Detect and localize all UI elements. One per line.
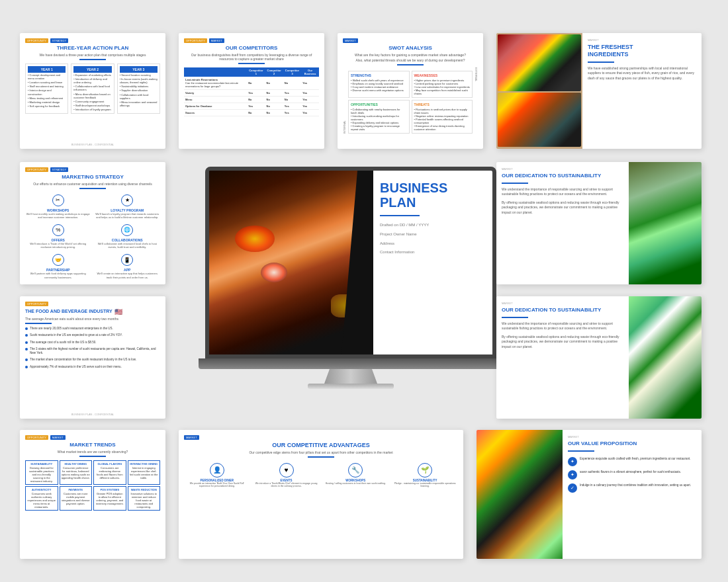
partner-icon: 🤝 xyxy=(52,254,64,266)
bp-text-area: BUSINESS PLAN Drafted on DD / MM / YYYY … xyxy=(373,171,492,354)
table-row: Options for Omakase YesNoYesYes xyxy=(184,103,319,109)
monitor-bezel xyxy=(199,358,503,369)
workshops-icon: ✂ xyxy=(52,194,64,206)
action-plan-title: THREE-YEAR ACTION PLAN xyxy=(25,45,160,52)
slide-dedication: MARKET OUR DEDICATION TO SUSTAINABILITY … xyxy=(496,162,702,284)
collab-icon: 🌐 xyxy=(121,224,133,236)
industry-fact-6: Approximately 7% of restaurants in the U… xyxy=(25,365,160,369)
industry-fact-4: The 3 states with the highest number of … xyxy=(25,347,160,356)
industry-title: THE FOOD AND BEVERAGE INDUSTRY xyxy=(25,309,113,314)
threats-title: THREATS xyxy=(414,103,471,106)
industry-flag: 🇺🇸 xyxy=(114,308,122,315)
competitors-subtitle: Our business distinguishes itself from c… xyxy=(184,53,319,61)
trend-sustainability: SUSTAINABILITY Growing demand for sustai… xyxy=(25,460,58,485)
vp-item-2: ✦ savor authentic flavors in a vibrant a… xyxy=(568,470,696,479)
trend-interactive: INTERACTIVE DINING Interest in engaging … xyxy=(128,460,161,485)
trends-opp-tag: OPPORTUNITY xyxy=(25,435,48,440)
bp-address: Address xyxy=(380,240,486,247)
action-plan-subtitle: We have devised a three-year action plan… xyxy=(25,53,160,57)
offers-icon: % xyxy=(52,224,64,236)
competitors-title: OUR COMPETITORS xyxy=(184,45,319,52)
compAdv-personalized: 👤 PERSONALIZED DINER We provide an inter… xyxy=(184,463,250,488)
slide-action-plan: OPPORTUNITY STRATEGY THREE-YEAR ACTION P… xyxy=(20,33,165,149)
loyalty-icon: ★ xyxy=(121,194,133,206)
compAdv-events: ♥ EVENTS We introduce a 'Sushi Meets Che… xyxy=(253,463,320,488)
vp-tag: MARKET xyxy=(568,435,696,438)
mkt-item-app: 📱 APP We'll create an interactive app th… xyxy=(95,252,161,278)
action-plan-footer: BUSINESS PLAN - CONFIDENTIAL xyxy=(20,143,165,146)
bp-contact: Contact Information xyxy=(380,249,486,256)
freshest-img-top xyxy=(498,34,581,91)
monitor-screen: BUSINESS PLAN Drafted on DD / MM / YYYY … xyxy=(205,167,496,358)
bp-drafted: Drafted on DD / MM / YYYY xyxy=(380,222,486,229)
slide-sustainability: MARKET OUR DEDICATION TO SUSTAINABILITY … xyxy=(496,296,702,419)
slide-monitor: BUSINESS PLAN Drafted on DD / MM / YYYY … xyxy=(185,152,516,403)
industry-opp-tag: OPPORTUNITY xyxy=(25,302,48,306)
sust-tag: MARKET xyxy=(502,302,623,305)
freshest-body: We have established strong partnerships … xyxy=(588,66,696,81)
strategy-tag: STRATEGY xyxy=(50,38,68,43)
weaknesses-title: WEAKNESSES xyxy=(414,73,471,77)
swot-internal-label: INTERNAL xyxy=(343,67,346,134)
comp-opp-tag: OPPORTUNITY xyxy=(184,38,207,43)
compAdv-sustainability: 🌱 SUSTAINABILITY Pledge - maintaining ou… xyxy=(392,463,458,488)
year2-header: YEAR 2 xyxy=(73,66,111,73)
trend-payments: PAYMENTS Customers are more mobile payme… xyxy=(60,486,93,511)
swot-market-tag: MARKET xyxy=(343,38,358,43)
slide-competitive-adv: MARKET OUR COMPETITIVE ADVANTAGES Our co… xyxy=(179,430,463,559)
slide-freshest: MARKET THE FRESHESTINGREDIENTS We have e… xyxy=(496,33,702,149)
freshest-tag: MARKET xyxy=(588,38,696,42)
personalized-icon: 👤 xyxy=(210,463,224,478)
events-icon: ♥ xyxy=(279,463,294,478)
slide-market-trends: OPPORTUNITY MARKET MARKET TRENDS What ma… xyxy=(20,430,165,559)
industry-footer: BUSINESS PLAN - CONFIDENTIAL xyxy=(20,413,165,416)
mkt-item-partner: 🤝 PARTNERSHIP We'll partner with food de… xyxy=(25,252,91,278)
vp-icon-1: ✦ xyxy=(568,457,577,466)
swot-title: SWOT ANALYSIS xyxy=(343,45,478,52)
sust-title: OUR DEDICATION TO SUSTAINABILITY xyxy=(502,307,623,313)
industry-fact-1: There are nearly 20,005 sushi restaurant… xyxy=(25,327,160,331)
opportunities-title: OPPORTUNITIES xyxy=(351,103,407,106)
freshest-title: THE FRESHESTINGREDIENTS xyxy=(588,44,696,58)
slide-value-prop: MARKET OUR VALUE PROPOSITION ✦ Experienc… xyxy=(477,430,702,559)
year1-header: YEAR 1 xyxy=(28,66,66,73)
workshops-icon2: 🔧 xyxy=(348,463,363,478)
vp-item-3: ✓ Indulge in a culinary journey that com… xyxy=(568,483,696,493)
swot-external-label: EXTERNAL xyxy=(475,67,478,134)
trends-title: MARKET TRENDS xyxy=(25,442,160,448)
industry-subtitle: The average American eats sushi about on… xyxy=(25,317,160,321)
trend-healthy: HEALTHY DINING Consumer preference for n… xyxy=(60,460,93,485)
table-row: Menu NoNoNoYes xyxy=(184,96,319,103)
mkt-strategy-tag: STRATEGY xyxy=(50,167,68,172)
sustainability-icon: 🌱 xyxy=(418,463,432,478)
swot-sub1: What are the key factors for gaining a c… xyxy=(343,53,478,57)
slide-industry: OPPORTUNITY THE FOOD AND BEVERAGE INDUST… xyxy=(20,296,165,419)
freshest-img-bottom xyxy=(498,93,581,147)
value-prop-image xyxy=(477,430,563,559)
trends-market-tag: MARKET xyxy=(50,435,66,440)
mkt-item-loyalty: ★ LOYALTY PROGRAM We'll launch a loyalty… xyxy=(95,192,161,219)
compAdv-market-tag: MARKET xyxy=(184,435,199,440)
trend-authenticity: AUTHENTICITY Consumers seek authentic cu… xyxy=(25,486,58,511)
trend-waste: WASTE REDUCTION Innovative solutions to … xyxy=(128,486,161,511)
mkt-opp-tag: OPPORTUNITY xyxy=(25,167,48,172)
trends-subtitle: What market trends are we currently obse… xyxy=(25,450,160,454)
industry-fact-2: Sushi restaurants in the US are expected… xyxy=(25,333,160,337)
bp-project-owner: Project Owner Name xyxy=(380,231,486,238)
dedication-image xyxy=(629,162,702,284)
sustainability-image xyxy=(629,296,702,419)
vp-item-1: ✦ Experience exquisite sushi crafted wit… xyxy=(568,457,696,466)
monitor-base xyxy=(308,384,394,389)
bp-title-line1: BUSINESS xyxy=(380,181,486,195)
trend-global: GLOBAL FLAVORS Consumers are embracing d… xyxy=(93,460,126,485)
industry-fact-5: The market share concentration for the s… xyxy=(25,358,160,362)
marketing-title: MARKETING STRATEGY xyxy=(25,174,160,181)
year3-header: YEAR 3 xyxy=(120,66,158,73)
dedication-tag: MARKET xyxy=(502,167,623,171)
bp-sushi-image xyxy=(209,171,381,354)
trend-pos: POS SYSTEMS Greater POS adoption to allo… xyxy=(93,486,126,511)
mkt-item-workshops: ✂ WORKSHOPS We'll host monthly sushi mak… xyxy=(25,192,91,219)
dedication-body2: By offering sustainable seafood options … xyxy=(502,200,623,216)
vp-title: OUR VALUE PROPOSITION xyxy=(568,440,696,447)
sust-body2: By offering sustainable seafood options … xyxy=(502,335,623,350)
